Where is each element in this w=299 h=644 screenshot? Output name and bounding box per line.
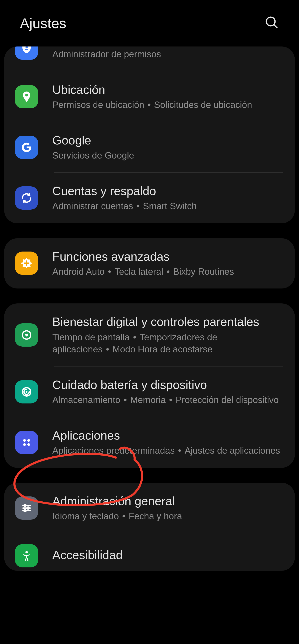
settings-item-title: Cuentas y respaldo (52, 183, 283, 198)
settings-item-title: Funciones avanzadas (52, 249, 283, 264)
settings-item-text: Cuentas y respaldo Administrar cuentas•S… (52, 183, 283, 212)
care-icon (15, 380, 38, 404)
settings-item-title: Bienestar digital y controles parentales (52, 314, 283, 330)
apps-icon (15, 431, 38, 454)
svg-point-3 (25, 94, 28, 96)
settings-item-google[interactable]: Google Servicios de Google (4, 122, 295, 172)
settings-item-subtitle: Permisos de ubicación•Solicitudes de ubi… (52, 99, 283, 111)
pin-icon (15, 85, 38, 108)
settings-item-subtitle: Administrar cuentas•Smart Switch (52, 200, 283, 212)
svg-point-17 (24, 510, 26, 512)
settings-item-apps[interactable]: Aplicaciones Aplicaciones predeterminada… (4, 417, 295, 468)
settings-item-text: Aplicaciones Aplicaciones predeterminada… (52, 428, 283, 457)
settings-item-title: Google (52, 132, 283, 148)
header: Ajustes (0, 0, 299, 46)
settings-group: Bienestar digital y controles parentales… (4, 304, 295, 468)
svg-line-1 (274, 25, 277, 28)
settings-item-text: Ubicación Permisos de ubicación•Solicitu… (52, 82, 283, 111)
page-title: Ajustes (20, 15, 66, 31)
settings-item-subtitle: Tiempo de pantalla•Temporizadores de apl… (52, 331, 283, 356)
settings-item-title: Accesibilidad (52, 548, 283, 563)
svg-point-0 (266, 17, 275, 26)
svg-point-10 (23, 443, 26, 446)
settings-group: Administrador de permisos Ubicación Perm… (4, 46, 295, 223)
svg-point-11 (28, 443, 30, 446)
settings-item-title: Ubicación (52, 82, 283, 97)
settings-item-title: Aplicaciones (52, 428, 283, 443)
settings-item-privacy[interactable]: Administrador de permisos (4, 46, 295, 71)
search-button[interactable] (264, 15, 279, 32)
settings-item-text: Administrador de permisos (52, 46, 283, 60)
settings-item-text: Accesibilidad (52, 548, 283, 564)
settings-item-subtitle: Servicios de Google (52, 150, 283, 162)
settings-item-title: Cuidado batería y dispositivo (52, 377, 283, 392)
settings-group: Funciones avanzadas Android Auto•Tecla l… (4, 238, 295, 289)
shield-icon (15, 46, 38, 60)
settings-item-subtitle: Idioma y teclado•Fecha y hora (52, 510, 283, 522)
settings-item-subtitle: Almacenamiento•Memoria•Protección del di… (52, 394, 283, 406)
google-icon (15, 136, 38, 159)
plus-gear-icon (15, 252, 38, 275)
settings-group: Administración general Idioma y teclado•… (4, 483, 295, 571)
a11y-icon (15, 544, 38, 568)
settings-item-subtitle: Administrador de permisos (52, 48, 283, 60)
settings-item-title: Administración general (52, 494, 283, 509)
settings-item-location[interactable]: Ubicación Permisos de ubicación•Solicitu… (4, 71, 295, 122)
settings-item-wellbeing[interactable]: Bienestar digital y controles parentales… (4, 304, 295, 366)
settings-item-accessibility[interactable]: Accesibilidad (4, 534, 295, 571)
settings-item-text: Funciones avanzadas Android Auto•Tecla l… (52, 249, 283, 278)
search-icon (264, 24, 279, 31)
settings-item-general[interactable]: Administración general Idioma y teclado•… (4, 483, 295, 534)
settings-item-text: Bienestar digital y controles parentales… (52, 314, 283, 356)
svg-point-16 (27, 507, 29, 509)
svg-point-15 (24, 504, 26, 506)
sliders-icon (15, 496, 38, 520)
svg-point-7 (26, 391, 28, 393)
settings-item-advanced[interactable]: Funciones avanzadas Android Auto•Tecla l… (4, 238, 295, 289)
heart-ring-icon (15, 324, 38, 347)
svg-point-9 (28, 439, 30, 442)
sync-icon (15, 186, 38, 210)
settings-item-text: Cuidado batería y dispositivo Almacenami… (52, 377, 283, 406)
settings-item-subtitle: Aplicaciones predeterminadas•Ajustes de … (52, 445, 283, 457)
svg-point-18 (25, 551, 28, 554)
svg-point-8 (23, 439, 26, 442)
settings-item-devicecare[interactable]: Cuidado batería y dispositivo Almacenami… (4, 366, 295, 417)
settings-item-subtitle: Android Auto•Tecla lateral•Bixby Routine… (52, 266, 283, 278)
settings-item-accounts[interactable]: Cuentas y respaldo Administrar cuentas•S… (4, 172, 295, 223)
settings-item-text: Administración general Idioma y teclado•… (52, 494, 283, 522)
settings-item-text: Google Servicios de Google (52, 132, 283, 162)
